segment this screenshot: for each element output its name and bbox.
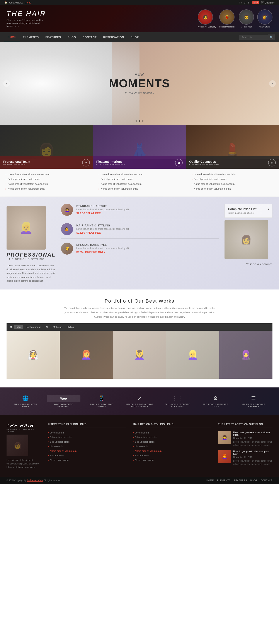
feature-cosmetics[interactable]: 💄 Quality Cosmetics FOR YOUR GRAT MAKE-U… (186, 125, 279, 169)
list-item[interactable]: ›Sed ut perspiciatis (133, 440, 211, 443)
filter-best[interactable]: Best creations (24, 325, 43, 329)
category-modern-man[interactable]: 👨 Modern Man (239, 10, 254, 28)
main-nav: HOME ELEMENTS FEATURES BLOG CONTACT RESE… (0, 32, 279, 42)
portfolio-item-2[interactable]: 👩‍🦰 (60, 331, 113, 379)
feature-item: ›Nemo enim ipsam voluptatem quia (192, 188, 274, 190)
facebook-icon[interactable]: f (239, 1, 240, 4)
nav-blog[interactable]: BLOG (64, 32, 79, 42)
cart-badge[interactable]: 🛒 0 (253, 1, 259, 4)
bullet-icon: › (5, 182, 6, 186)
list-item[interactable]: ›Sit amet consectetur (133, 436, 211, 439)
logo[interactable]: THE HAIR Style it your way! Theme design… (6, 10, 46, 28)
bullet-icon: › (5, 173, 6, 176)
filter-styling[interactable]: Styling (65, 325, 76, 329)
filter-makeup[interactable]: Make-up (51, 325, 64, 329)
features-col-3: ›Lorem ipsum dolor sit amet consectetur … (186, 173, 279, 192)
blog-thumbnail-1: 👩‍🦱 (218, 431, 231, 444)
category-crazy-styles[interactable]: 💇 Crazy Styles (257, 10, 273, 28)
bottom-nav-contact[interactable]: CONTACT (261, 479, 273, 482)
hero-dot-3[interactable] (142, 120, 143, 122)
footer-logo-image: 👩 (6, 434, 28, 456)
price-list-box[interactable]: Complete Price List › Lorem ipsum dolor … (225, 204, 273, 218)
bottom-nav-features[interactable]: FEATURES (234, 479, 247, 482)
blog-post-title-2[interactable]: How to get great colors on your hair (233, 450, 273, 455)
search-input[interactable] (239, 35, 268, 40)
features-list: ›Lorem ipsum dolor sit amet consectetur … (0, 169, 279, 196)
list-item[interactable]: ›Nemo enim ipsam (48, 458, 126, 462)
special-hairstyle-thumbnail: 👸 (61, 242, 73, 254)
nav-reservation[interactable]: RESERVATION (100, 32, 128, 42)
linkedin-icon[interactable]: in (248, 1, 250, 4)
bottom-nav-home[interactable]: HOME (206, 479, 214, 482)
reserve-area: Reserve our services (225, 262, 273, 266)
feature-item: ›Lorem ipsum dolor sit amet consectetur (5, 173, 87, 176)
category-woman-everyday[interactable]: 👩 Woman for Everyday (198, 10, 216, 28)
portfolio-item-3[interactable]: 💆‍♀️ (113, 331, 166, 379)
nav-elements[interactable]: ELEMENTS (20, 32, 42, 42)
list-item[interactable]: ›Accusantium (133, 454, 211, 457)
blog-post-excerpt-1: Lorem ipsum dolor sit amet, consectetur … (233, 440, 273, 447)
seo-icon: ⚙ (199, 395, 232, 402)
scissors-icon: ✂ (82, 159, 90, 166)
list-item[interactable]: ›Natus eror sit voluptatem (133, 450, 211, 452)
portfolio-item-4[interactable]: 👱‍♀️ (166, 331, 219, 379)
nav-features[interactable]: FEATURES (42, 32, 64, 42)
home-link[interactable]: Home (25, 1, 31, 4)
pricing-section: 👱‍♀️ PROFESSIONAL HAIR DESIGN & STYLING … (0, 197, 279, 290)
list-item[interactable]: ›Unde omnis (133, 445, 211, 448)
list-item[interactable]: ›Natus eror sit voluptatem (48, 450, 126, 452)
service-desc-2: Lorem ipsum dolor sit amet, consectetur … (76, 228, 129, 230)
nav-contact[interactable]: CONTACT (79, 32, 100, 42)
feature-main-title-3: Quality Cosmetics (189, 160, 220, 164)
list-item[interactable]: ›Nemo enim ipsam (133, 458, 211, 462)
feature-team[interactable]: 👩 Professional Team OF HAIRDRESSERS ✂ (0, 125, 93, 169)
list-item[interactable]: ›Accusantium (48, 454, 126, 457)
portfolio-item-1[interactable]: 👰 (6, 331, 60, 379)
nav-shop[interactable]: SHOP (127, 32, 142, 42)
bullet-icon: › (133, 436, 134, 439)
bottom-nav-elements[interactable]: ELEMENTS (217, 479, 231, 482)
pricing-left: 👱‍♀️ PROFESSIONAL HAIR DESIGN & STYLING … (6, 204, 56, 283)
art-themes-link[interactable]: ArtThemes.Club (27, 479, 43, 482)
hero-next-button[interactable]: › (269, 80, 276, 87)
feat-label-5: 30+ USEFUL WEBSITEELEMENTS (161, 403, 194, 408)
category-special-occasions[interactable]: 💃 Special Occasions (219, 10, 235, 28)
nav-home[interactable]: HOME (4, 32, 20, 42)
filter-all[interactable]: Filter (14, 325, 23, 329)
twitter-icon[interactable]: t (241, 1, 242, 4)
pricing-item-3: 👸 SPECIAL HAIRSTYLE Lorem ipsum dolor si… (61, 242, 219, 258)
feature-overlay-2: Pleasant Interiors FOR COMFORTABLENESS ✿ (93, 156, 186, 169)
reserve-text[interactable]: Reserve our services (246, 262, 273, 266)
feature-text-2: Pleasant Interiors FOR COMFORTABLENESS (96, 160, 125, 166)
footer-col-title-1: INTERESTING FASHION LINKS (48, 423, 126, 428)
list-item[interactable]: ›Lorem ipsum (48, 431, 126, 434)
blog-post-date-2: November 13, 2015 (233, 456, 273, 458)
filter-all-btn[interactable]: All (44, 325, 50, 329)
bullet-icon: › (133, 440, 134, 443)
bottom-bar: © 2015 Copyright by ArtThemes.Club. All … (0, 477, 279, 484)
list-item[interactable]: ›Sit amet consectetur (48, 436, 126, 439)
hero-dot-2[interactable] (139, 120, 140, 122)
language-selector[interactable]: 🏴 English ▾ (261, 1, 275, 4)
list-item[interactable]: ›Unde omnis (48, 445, 126, 448)
feat-label-4: AMAZING DRAG & DROPPAGE BUILDER (123, 403, 156, 408)
pricing-pro-sub: HAIR DESIGN & STYLING (6, 258, 56, 260)
portfolio-item-5[interactable]: 🧕 (219, 331, 273, 379)
feature-item: ›Natus eror sit voluptatem accusantium (98, 182, 181, 186)
gplus-icon[interactable]: g+ (244, 1, 247, 4)
bottom-nav-blog[interactable]: BLOG (251, 479, 258, 482)
list-item[interactable]: ›Sed ut perspiciatis (48, 440, 126, 443)
list-item[interactable]: ›Lorem ipsum (133, 431, 211, 434)
blog-post-title-1[interactable]: New hairstyle trends for autumn 2015 (233, 431, 273, 436)
site-header: THE HAIR Style it your way! Theme design… (0, 5, 279, 32)
pricing-pro-title: PROFESSIONAL (6, 252, 56, 258)
hero-dot-1[interactable] (136, 120, 137, 122)
feature-images: 👩 Professional Team OF HAIRDRESSERS ✂ 👗 … (0, 125, 279, 169)
blog-post-2: 👩‍🦰 How to get great colors on your hair… (218, 450, 273, 466)
feature-interiors[interactable]: 👗 Pleasant Interiors FOR COMFORTABLENESS… (93, 125, 186, 169)
hero-prev-button[interactable]: ‹ (3, 80, 10, 87)
search-button[interactable]: 🔍 (268, 34, 275, 40)
footer-links-col-2: HAIR DESIGN & STYLING LINKS ›Lorem ipsum… (133, 423, 211, 469)
bullet-icon: › (5, 178, 6, 181)
portfolio-grid: 👰 👩‍🦰 💆‍♀️ 👱‍♀️ 🧕 (6, 331, 273, 379)
